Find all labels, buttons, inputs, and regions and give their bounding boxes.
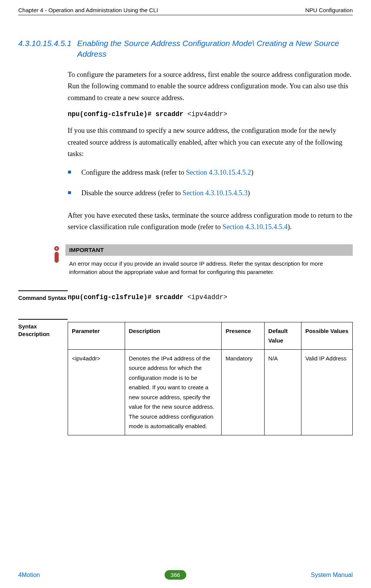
info-icon [52, 244, 65, 266]
cell-default: N/A [264, 349, 301, 435]
page-header: Chapter 4 - Operation and Administration… [18, 7, 353, 15]
para-text: After you have executed these tasks, ter… [68, 212, 352, 231]
list-item: Configure the address mask (refer to Sec… [68, 167, 353, 178]
list-item-suffix: ) [251, 169, 253, 176]
cell-presence: Mandatory [222, 349, 264, 435]
footer-left: 4Motion [18, 572, 40, 578]
command-argument: <ipv4addr> [187, 110, 227, 118]
para-suffix: ). [287, 223, 292, 231]
col-possible: Possible Values [301, 322, 353, 349]
section-title: Enabling the Source Address Configuratio… [77, 38, 353, 60]
cell-possible: Valid IP Address [301, 349, 353, 435]
intro-paragraph-2: If you use this command to specify a new… [68, 125, 353, 160]
syntax-description-label: Syntax Description [18, 319, 68, 435]
cross-reference-link[interactable]: Section 4.3.10.15.4.5.2 [186, 169, 251, 176]
list-item-text: Configure the address mask (refer to [81, 169, 186, 176]
header-right: NPU Configuration [305, 7, 353, 13]
command-prefix: npu(config-clsfrule)# srcaddr [68, 110, 187, 118]
page-footer: 4Motion 366 System Manual [18, 570, 353, 580]
syntax-description-row: Syntax Description Parameter Description… [18, 319, 353, 435]
important-note: IMPORTANT An error may occur if you prov… [52, 244, 353, 276]
list-item-suffix: ) [247, 189, 250, 197]
section-heading: 4.3.10.15.4.5.1 Enabling the Source Addr… [18, 38, 353, 60]
note-body: IMPORTANT An error may occur if you prov… [65, 244, 353, 276]
cross-reference-link[interactable]: Section 4.3.10.15.4.5.3 [182, 189, 247, 197]
table-row: <ipv4addr> Denotes the IPv4 address of t… [68, 349, 353, 435]
task-list: Configure the address mask (refer to Sec… [68, 167, 353, 199]
cross-reference-link[interactable]: Section 4.3.10.15.4.5.4 [222, 223, 287, 231]
page-number-badge: 366 [165, 570, 186, 580]
command-prefix: npu(config-clsfrule)# srcaddr [68, 293, 187, 301]
section-number: 4.3.10.15.4.5.1 [18, 38, 77, 60]
note-title: IMPORTANT [65, 244, 353, 256]
cell-parameter: <ipv4addr> [68, 349, 125, 435]
svg-point-2 [56, 247, 57, 250]
col-default: Default Value [264, 322, 301, 349]
svg-rect-1 [55, 252, 59, 263]
cell-description: Denotes the IPv4 address of the source a… [125, 349, 222, 435]
command-argument: <ipv4addr> [187, 293, 227, 301]
command-syntax-row: Command Syntax npu(config-clsfrule)# src… [18, 290, 353, 302]
note-text: An error may occur if you provide an inv… [65, 256, 353, 276]
header-left: Chapter 4 - Operation and Administration… [18, 7, 158, 13]
table-header-row: Parameter Description Presence Default V… [68, 322, 353, 349]
command-syntax-label: Command Syntax [18, 290, 68, 302]
syntax-table: Parameter Description Presence Default V… [68, 322, 353, 435]
command-syntax-value: npu(config-clsfrule)# srcaddr <ipv4addr> [68, 293, 353, 301]
col-presence: Presence [222, 322, 264, 349]
closing-paragraph: After you have executed these tasks, ter… [68, 210, 353, 233]
intro-paragraph-1: To configure the parameters for a source… [68, 69, 353, 104]
list-item-text: Disable the source address (refer to [81, 189, 182, 197]
command-example-1: npu(config-clsfrule)# srcaddr <ipv4addr> [68, 110, 353, 118]
list-item: Disable the source address (refer to Sec… [68, 187, 353, 199]
col-parameter: Parameter [68, 322, 125, 349]
col-description: Description [125, 322, 222, 349]
footer-right: System Manual [311, 572, 353, 578]
